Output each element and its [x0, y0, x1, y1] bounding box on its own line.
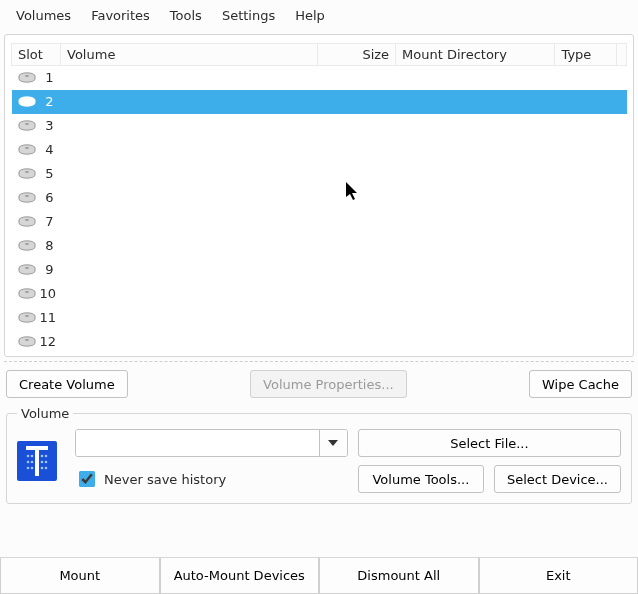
- cell-volume: [61, 210, 318, 234]
- menu-label: Favorites: [91, 8, 150, 23]
- drive-icon: [18, 312, 36, 324]
- cell-size: [318, 210, 396, 234]
- cell-size: [318, 138, 396, 162]
- volume-tools-button[interactable]: Volume Tools...: [358, 465, 484, 493]
- col-type[interactable]: Type: [555, 44, 616, 66]
- cell-type: [555, 258, 616, 282]
- cell-mount: [396, 210, 555, 234]
- svg-point-21: [25, 315, 29, 317]
- svg-point-3: [25, 99, 29, 101]
- drive-icon: [18, 216, 36, 228]
- slot-number: 2: [40, 94, 54, 109]
- svg-point-28: [41, 455, 44, 458]
- table-row[interactable]: 7: [12, 210, 627, 234]
- cell-mount: [396, 90, 555, 114]
- cell-volume: [61, 186, 318, 210]
- cell-volume: [61, 66, 318, 90]
- cell-volume: [61, 90, 318, 114]
- table-row[interactable]: 8: [12, 234, 627, 258]
- slot-number: 3: [40, 118, 54, 133]
- table-row[interactable]: 4: [12, 138, 627, 162]
- menu-volumes[interactable]: Volumes: [6, 3, 81, 28]
- svg-point-15: [25, 243, 29, 245]
- cell-type: [555, 306, 616, 330]
- table-row[interactable]: 10: [12, 282, 627, 306]
- svg-point-23: [25, 339, 29, 341]
- mount-button[interactable]: Mount: [0, 558, 160, 594]
- svg-point-30: [27, 461, 30, 464]
- table-row[interactable]: 3: [12, 114, 627, 138]
- svg-point-9: [25, 171, 29, 173]
- svg-point-37: [45, 467, 48, 470]
- cell-size: [318, 330, 396, 354]
- slot-number: 8: [40, 238, 54, 253]
- col-volume[interactable]: Volume: [61, 44, 318, 66]
- cell-type: [555, 66, 616, 90]
- never-save-history-label: Never save history: [104, 472, 226, 487]
- never-save-history-input[interactable]: [79, 471, 95, 487]
- cell-volume: [61, 234, 318, 258]
- cell-mount: [396, 234, 555, 258]
- drive-icon: [18, 192, 36, 204]
- create-volume-button[interactable]: Create Volume: [6, 370, 128, 398]
- col-slot[interactable]: Slot: [12, 44, 61, 66]
- table-row[interactable]: 12: [12, 330, 627, 354]
- cell-type: [555, 114, 616, 138]
- menu-favorites[interactable]: Favorites: [81, 3, 160, 28]
- cell-mount: [396, 138, 555, 162]
- cell-type: [555, 330, 616, 354]
- menu-tools[interactable]: Tools: [160, 3, 212, 28]
- dismount-all-button[interactable]: Dismount All: [319, 558, 479, 594]
- table-row[interactable]: 5: [12, 162, 627, 186]
- menubar: Volumes Favorites Tools Settings Help: [0, 0, 638, 30]
- menu-settings[interactable]: Settings: [212, 3, 285, 28]
- volume-path-combo[interactable]: [75, 429, 348, 457]
- slot-number: 9: [40, 262, 54, 277]
- menu-help[interactable]: Help: [285, 3, 335, 28]
- volume-path-input[interactable]: [76, 430, 319, 456]
- cell-volume: [61, 258, 318, 282]
- svg-point-33: [45, 461, 48, 464]
- drive-icon: [18, 264, 36, 276]
- drive-icon: [18, 288, 36, 300]
- select-device-button[interactable]: Select Device...: [494, 465, 621, 493]
- wipe-cache-button[interactable]: Wipe Cache: [529, 370, 632, 398]
- cell-size: [318, 186, 396, 210]
- table-row[interactable]: 6: [12, 186, 627, 210]
- cell-size: [318, 162, 396, 186]
- cell-type: [555, 90, 616, 114]
- table-row[interactable]: 9: [12, 258, 627, 282]
- app-window: Volumes Favorites Tools Settings Help Sl…: [0, 0, 638, 594]
- drive-icon: [18, 120, 36, 132]
- svg-point-1: [25, 75, 29, 77]
- slot-table[interactable]: Slot Volume Size Mount Directory Type 12…: [11, 43, 627, 354]
- volume-path-dropdown[interactable]: [319, 430, 347, 456]
- svg-point-19: [25, 291, 29, 293]
- cell-mount: [396, 186, 555, 210]
- svg-point-26: [27, 455, 30, 458]
- table-row[interactable]: 1: [12, 66, 627, 90]
- slot-number: 5: [40, 166, 54, 181]
- cell-size: [318, 282, 396, 306]
- never-save-history-checkbox[interactable]: Never save history: [75, 468, 348, 490]
- select-file-button[interactable]: Select File...: [358, 429, 621, 457]
- svg-point-13: [25, 219, 29, 221]
- table-row[interactable]: 11: [12, 306, 627, 330]
- menu-label: Help: [295, 8, 325, 23]
- menu-label: Settings: [222, 8, 275, 23]
- slot-number: 4: [40, 142, 54, 157]
- col-mount[interactable]: Mount Directory: [396, 44, 555, 66]
- cell-mount: [396, 282, 555, 306]
- slot-number: 11: [40, 310, 55, 325]
- svg-point-31: [31, 461, 34, 464]
- slot-number: 6: [40, 190, 54, 205]
- cell-volume: [61, 282, 318, 306]
- slot-number: 10: [40, 286, 55, 301]
- app-logo-icon: [17, 441, 57, 481]
- exit-button[interactable]: Exit: [479, 558, 639, 594]
- table-row[interactable]: 2: [12, 90, 627, 114]
- svg-point-7: [25, 147, 29, 149]
- auto-mount-button[interactable]: Auto-Mount Devices: [160, 558, 320, 594]
- cell-type: [555, 162, 616, 186]
- col-size[interactable]: Size: [318, 44, 396, 66]
